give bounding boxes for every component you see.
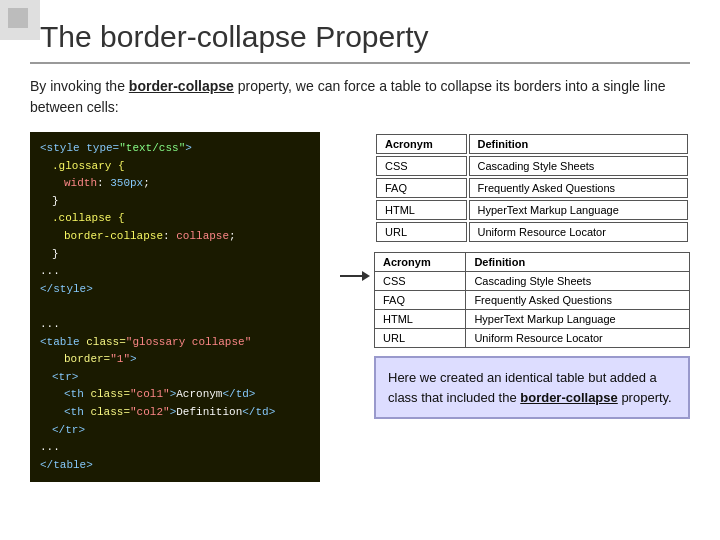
table-row: FAQ Frequently Asked Questions bbox=[376, 178, 688, 198]
table2-header-acronym: Acronym bbox=[375, 253, 466, 272]
code-line bbox=[40, 298, 310, 316]
code-line: ... bbox=[40, 439, 310, 457]
tables-with-arrow: Acronym Definition CSS Cascading Style S… bbox=[340, 132, 690, 419]
table-separated: Acronym Definition CSS Cascading Style S… bbox=[374, 132, 690, 244]
info-box: Here we created an identical table but a… bbox=[374, 356, 690, 419]
code-line: } bbox=[40, 246, 310, 264]
code-panel: <style type="text/css"> .glossary { widt… bbox=[30, 132, 320, 482]
table-row: CSS Cascading Style Sheets bbox=[376, 156, 688, 176]
table2-header-definition: Definition bbox=[466, 253, 690, 272]
table-cell: HyperText Markup Language bbox=[466, 310, 690, 329]
slide: The border-collapse Property By invoking… bbox=[0, 0, 720, 540]
table-row: URL Uniform Resource Locator bbox=[376, 222, 688, 242]
code-line: border="1"> bbox=[40, 351, 310, 369]
table-collapsed: Acronym Definition CSS Cascading Style S… bbox=[374, 252, 690, 348]
table-cell: Uniform Resource Locator bbox=[469, 222, 688, 242]
table-cell: Frequently Asked Questions bbox=[469, 178, 688, 198]
code-line: border-collapse: collapse; bbox=[40, 228, 310, 246]
table-cell: Cascading Style Sheets bbox=[469, 156, 688, 176]
table-cell: URL bbox=[375, 329, 466, 348]
code-line: <th class="col2">Definition</td> bbox=[40, 404, 310, 422]
code-line: </style> bbox=[40, 281, 310, 299]
code-line: <tr> bbox=[40, 369, 310, 387]
table-cell: Uniform Resource Locator bbox=[466, 329, 690, 348]
table-cell: FAQ bbox=[376, 178, 467, 198]
table1-header-acronym: Acronym bbox=[376, 134, 467, 154]
intro-highlight: border-collapse bbox=[129, 78, 234, 94]
tables-wrapper: Acronym Definition CSS Cascading Style S… bbox=[374, 132, 690, 419]
table-row: CSS Cascading Style Sheets bbox=[375, 272, 690, 291]
code-line: .glossary { bbox=[40, 158, 310, 176]
table-cell: URL bbox=[376, 222, 467, 242]
table-cell: Cascading Style Sheets bbox=[466, 272, 690, 291]
code-line: .collapse { bbox=[40, 210, 310, 228]
intro-text-before: By invoking the bbox=[30, 78, 129, 94]
content-area: <style type="text/css"> .glossary { widt… bbox=[30, 132, 690, 482]
table-row: HTML HyperText Markup Language bbox=[376, 200, 688, 220]
code-line: <th class="col1">Acronym</td> bbox=[40, 386, 310, 404]
code-line: <table class="glossary collapse" bbox=[40, 334, 310, 352]
table-cell: CSS bbox=[376, 156, 467, 176]
table-cell: FAQ bbox=[375, 291, 466, 310]
code-line: </table> bbox=[40, 457, 310, 475]
title-divider bbox=[30, 62, 690, 64]
table-cell: HyperText Markup Language bbox=[469, 200, 688, 220]
arrow-icon bbox=[340, 266, 370, 286]
table1-header-definition: Definition bbox=[469, 134, 688, 154]
table-cell: Frequently Asked Questions bbox=[466, 291, 690, 310]
corner-decoration-inner bbox=[8, 8, 28, 28]
table-row: URL Uniform Resource Locator bbox=[375, 329, 690, 348]
table-row: FAQ Frequently Asked Questions bbox=[375, 291, 690, 310]
slide-title: The border-collapse Property bbox=[40, 20, 690, 54]
table-cell: HTML bbox=[376, 200, 467, 220]
info-highlight: border-collapse bbox=[520, 390, 618, 405]
table-cell: HTML bbox=[375, 310, 466, 329]
code-line: } bbox=[40, 193, 310, 211]
code-line: ... bbox=[40, 316, 310, 334]
table-cell: CSS bbox=[375, 272, 466, 291]
info-text-after: property. bbox=[618, 390, 672, 405]
svg-marker-1 bbox=[362, 271, 370, 281]
code-line: ... bbox=[40, 263, 310, 281]
table-row: HTML HyperText Markup Language bbox=[375, 310, 690, 329]
intro-paragraph: By invoking the border-collapse property… bbox=[30, 76, 690, 118]
code-line: width: 350px; bbox=[40, 175, 310, 193]
code-line: </tr> bbox=[40, 422, 310, 440]
code-line: <style type="text/css"> bbox=[40, 140, 310, 158]
